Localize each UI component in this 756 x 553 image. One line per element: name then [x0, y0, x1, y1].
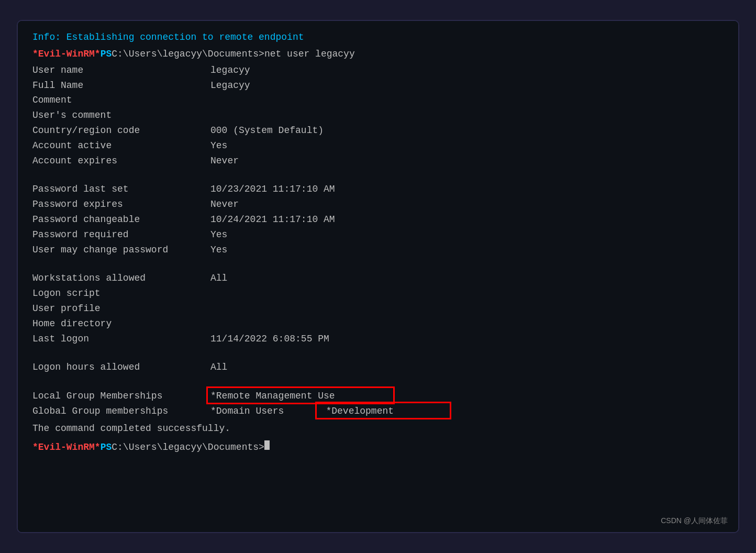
country-value: 000 (System Default)	[210, 123, 324, 138]
last-logon-label: Last logon	[32, 331, 210, 347]
pw-last-set-label: Password last set	[32, 182, 210, 197]
table-row: Country/region code 000 (System Default)	[32, 123, 724, 138]
comment-label: Comment	[32, 93, 210, 108]
groups-info-section: Local Group Memberships *Remote Manageme…	[32, 389, 724, 419]
pw-expires-value: Never	[210, 197, 239, 212]
pw-required-label: Password required	[32, 227, 210, 242]
global-group-value2: *Development	[326, 404, 394, 419]
path-text-1: C:\Users\legacyy\Documents>	[112, 47, 264, 62]
logon-hours-value: All	[210, 360, 227, 375]
table-row: User's comment	[32, 108, 724, 123]
path-text-2: C:\Users\legacyy\Documents>	[112, 440, 264, 455]
last-logon-value: 11/14/2022 6:08:55 PM	[210, 331, 329, 347]
logon-script-label: Logon script	[32, 286, 210, 301]
local-group-value-text: *Remote Management Use	[210, 391, 335, 401]
global-group-value1: *Domain Users	[210, 404, 284, 419]
table-row: Last logon 11/14/2022 6:08:55 PM	[32, 331, 724, 347]
empty-spacer	[32, 346, 724, 359]
users-comment-label: User's comment	[32, 108, 210, 123]
local-group-label: Local Group Memberships	[32, 389, 210, 404]
table-row: Home directory	[32, 316, 724, 331]
table-row: Logon hours allowed All	[32, 360, 724, 375]
table-row: Global Group memberships *Domain Users *…	[32, 404, 724, 419]
pw-expires-label: Password expires	[32, 197, 210, 212]
account-active-label: Account active	[32, 138, 210, 153]
account-expires-value: Never	[210, 153, 239, 169]
table-row: Account active Yes	[32, 138, 724, 153]
completion-text: The command completed successfully.	[32, 421, 230, 436]
full-name-label: Full Name	[32, 78, 210, 93]
account-active-value: Yes	[210, 138, 227, 153]
password-info-section: Password last set 10/23/2021 11:17:10 AM…	[32, 182, 724, 257]
user-may-change-label: User may change password	[32, 242, 210, 258]
table-row: Workstations allowed All	[32, 271, 724, 286]
ps-keyword-2: PS	[101, 440, 112, 455]
table-row: Comment	[32, 93, 724, 108]
country-label: Country/region code	[32, 123, 210, 138]
terminal-content[interactable]: Info: Establishing connection to remote …	[18, 21, 738, 532]
empty-spacer	[32, 375, 724, 388]
workstations-value: All	[210, 271, 227, 286]
full-name-value: Legacyy	[210, 78, 250, 93]
csdn-watermark: CSDN @人间体佐菲	[661, 516, 728, 526]
table-row: Password last set 10/23/2021 11:17:10 AM	[32, 182, 724, 197]
user-name-label: User name	[32, 63, 210, 78]
logon-info-section: Workstations allowed All Logon script Us…	[32, 271, 724, 346]
table-row: Full Name Legacyy	[32, 78, 724, 93]
logon-hours-label: Logon hours allowed	[32, 360, 210, 375]
table-row: Password required Yes	[32, 227, 724, 242]
command-text-1: net user legacyy	[264, 47, 355, 62]
account-expires-label: Account expires	[32, 153, 210, 169]
user-info-section: User name legacyy Full Name Legacyy Comm…	[32, 63, 724, 169]
completion-row: The command completed successfully.	[32, 421, 724, 436]
global-group-label: Global Group memberships	[32, 404, 210, 419]
evil-winrm-label-1: *Evil-WinRM*	[32, 47, 101, 62]
home-dir-label: Home directory	[32, 316, 210, 331]
pw-last-set-value: 10/23/2021 11:17:10 AM	[210, 182, 335, 197]
table-row: User name legacyy	[32, 63, 724, 78]
workstations-label: Workstations allowed	[32, 271, 210, 286]
user-profile-label: User profile	[32, 301, 210, 316]
prompt-line-1: *Evil-WinRM* PS C:\Users\legacyy\Documen…	[32, 47, 724, 62]
pw-changeable-value: 10/24/2021 11:17:10 AM	[210, 212, 335, 227]
pw-required-value: Yes	[210, 227, 227, 242]
terminal-window: Info: Establishing connection to remote …	[17, 20, 739, 533]
user-may-change-value: Yes	[210, 242, 227, 258]
info-line: Info: Establishing connection to remote …	[32, 30, 724, 45]
table-row: User profile	[32, 301, 724, 316]
evil-winrm-label-2: *Evil-WinRM*	[32, 440, 101, 455]
table-row: Account expires Never	[32, 153, 724, 169]
table-row: Password changeable 10/24/2021 11:17:10 …	[32, 212, 724, 227]
user-name-value: legacyy	[210, 63, 250, 78]
prompt-line-2: *Evil-WinRM* PS C:\Users\legacyy\Documen…	[32, 440, 724, 455]
global-group-values: *Domain Users *Development	[210, 404, 394, 419]
local-group-value: *Remote Management Use	[210, 389, 335, 404]
terminal-cursor	[264, 440, 270, 450]
table-row: Logon script	[32, 286, 724, 301]
table-row: Local Group Memberships *Remote Manageme…	[32, 389, 724, 404]
empty-spacer	[32, 168, 724, 181]
empty-spacer	[32, 257, 724, 270]
table-row: User may change password Yes	[32, 242, 724, 258]
ps-keyword-1: PS	[101, 47, 112, 62]
hours-info-section: Logon hours allowed All	[32, 360, 724, 375]
table-row: Password expires Never	[32, 197, 724, 212]
pw-changeable-label: Password changeable	[32, 212, 210, 227]
